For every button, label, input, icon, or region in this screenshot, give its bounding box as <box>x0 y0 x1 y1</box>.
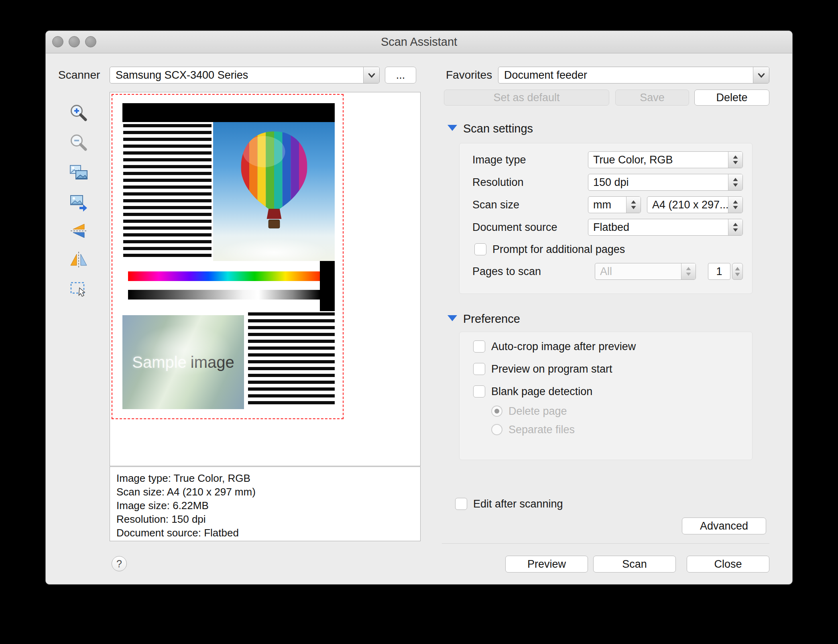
window-title: Scan Assistant <box>46 31 792 53</box>
preference-title: Preference <box>463 312 520 326</box>
popup-arrows-icon <box>728 174 742 190</box>
set-as-default-button[interactable]: Set as default <box>444 90 609 106</box>
scan-size-unit-value: mm <box>588 199 626 211</box>
titlebar[interactable]: Scan Assistant <box>46 31 792 53</box>
scan-size-label: Scan size <box>472 196 519 213</box>
preview-sample-page: Sample image <box>122 103 335 410</box>
prompt-additional-pages-label: Prompt for additional pages <box>492 243 625 256</box>
delete-page-radio[interactable] <box>491 406 502 417</box>
popup-arrows-icon <box>728 197 742 213</box>
sample-text-block-top <box>122 122 213 261</box>
mirror-horizontal-icon[interactable] <box>68 249 89 270</box>
calibration-bars <box>122 261 335 311</box>
info-scan-size: Scan size: A4 (210 x 297 mm) <box>116 485 414 499</box>
resolution-label: Resolution <box>472 174 524 191</box>
prompt-additional-pages-checkbox[interactable] <box>474 243 486 255</box>
preference-disclosure-icon[interactable] <box>447 315 457 321</box>
advanced-button[interactable]: Advanced <box>682 518 766 534</box>
favorites-select-value: Document feeder <box>498 69 753 82</box>
scan-size-unit-select[interactable]: mm <box>588 196 641 213</box>
preview-on-start-label: Preview on program start <box>491 363 612 375</box>
scan-assistant-window: Scan Assistant Scanner Samsung SCX-3400 … <box>45 31 793 585</box>
document-source-label: Document source <box>472 219 557 236</box>
scanner-browse-button[interactable]: ... <box>385 67 416 84</box>
edit-after-scanning-checkbox[interactable] <box>455 498 467 510</box>
balloon-photo <box>213 122 335 261</box>
scan-info-box: Image type: True Color, RGB Scan size: A… <box>110 467 421 541</box>
separate-files-radio[interactable] <box>491 424 502 435</box>
resolution-select[interactable]: 150 dpi <box>588 174 743 191</box>
fit-to-window-icon[interactable] <box>68 162 89 183</box>
separate-files-label: Separate files <box>508 424 575 436</box>
auto-crop-label: Auto-crop image after preview <box>491 340 636 353</box>
close-button[interactable] <box>52 36 63 47</box>
color-gradient-bar <box>128 271 320 281</box>
edit-after-scanning-label: Edit after scanning <box>473 498 563 510</box>
image-type-value: True Color, RGB <box>588 154 728 166</box>
favorites-select[interactable]: Document feeder <box>498 67 769 84</box>
page-count-stepper[interactable] <box>732 263 743 280</box>
document-source-value: Flatbed <box>588 221 728 234</box>
scan-size-value: A4 (210 x 297... <box>647 199 728 211</box>
blank-page-detection-checkbox[interactable] <box>473 385 485 397</box>
scan-size-select[interactable]: A4 (210 x 297... <box>647 196 743 213</box>
help-button[interactable]: ? <box>112 556 127 571</box>
popup-arrows-icon <box>626 197 641 213</box>
scan-selection-rect[interactable]: Sample image <box>112 94 344 419</box>
document-source-select[interactable]: Flatbed <box>588 219 743 236</box>
scanner-select-value: Samsung SCX-3400 Series <box>110 69 363 82</box>
hot-air-balloon-icon <box>228 128 320 243</box>
scanner-label: Scanner <box>58 67 100 84</box>
preview-button[interactable]: Preview <box>505 556 588 573</box>
delete-page-label: Delete page <box>508 405 567 418</box>
popup-arrows-icon <box>728 152 742 168</box>
info-image-type: Image type: True Color, RGB <box>116 471 414 485</box>
sample-caption-dark: image <box>191 353 234 371</box>
zoom-in-icon[interactable] <box>68 102 89 123</box>
actual-size-icon[interactable] <box>68 192 89 212</box>
select-area-icon[interactable] <box>68 278 89 299</box>
preference-panel: Auto-crop image after preview Preview on… <box>459 332 753 460</box>
grayscale-gradient-bar <box>128 290 320 300</box>
image-type-select[interactable]: True Color, RGB <box>588 151 743 168</box>
delete-button[interactable]: Delete <box>694 90 769 106</box>
popup-arrows-icon <box>681 263 696 279</box>
popup-arrows-icon <box>728 219 742 235</box>
pages-to-scan-label: Pages to scan <box>472 263 541 280</box>
sample-header-bar <box>122 103 335 122</box>
auto-crop-checkbox[interactable] <box>473 340 485 353</box>
traffic-lights <box>52 36 96 47</box>
footer-divider <box>442 543 769 544</box>
image-type-label: Image type <box>472 151 526 168</box>
sample-image-photo: Sample image <box>122 315 244 409</box>
black-column <box>320 261 335 311</box>
zoom-window-button[interactable] <box>85 36 96 47</box>
blank-page-detection-label: Blank page detection <box>491 385 592 398</box>
minimize-button[interactable] <box>69 36 80 47</box>
scan-settings-panel: Image type True Color, RGB Resolution 15… <box>459 143 753 294</box>
favorites-label: Favorites <box>446 67 492 84</box>
info-resolution: Resolution: 150 dpi <box>116 512 414 526</box>
chevron-down-icon <box>753 67 769 83</box>
sample-text-block-bottom <box>248 311 335 410</box>
sample-caption-light: Sample <box>132 353 187 371</box>
pages-to-scan-select[interactable]: All <box>595 263 696 280</box>
close-button-footer[interactable]: Close <box>687 556 769 573</box>
flip-vertical-icon[interactable] <box>68 220 89 241</box>
page-count-field[interactable]: 1 <box>708 263 730 280</box>
scan-button[interactable]: Scan <box>593 556 676 573</box>
chevron-down-icon <box>363 67 379 83</box>
save-button[interactable]: Save <box>615 90 689 106</box>
scan-settings-title: Scan settings <box>463 122 533 135</box>
zoom-out-icon[interactable] <box>68 132 89 153</box>
resolution-value: 150 dpi <box>588 176 728 189</box>
pages-to-scan-value: All <box>595 265 681 278</box>
preview-on-start-checkbox[interactable] <box>473 363 485 375</box>
info-document-source: Document source: Flatbed <box>116 526 414 540</box>
preview-area[interactable]: Sample image <box>110 92 421 466</box>
scan-settings-disclosure-icon[interactable] <box>447 125 457 131</box>
scanner-select[interactable]: Samsung SCX-3400 Series <box>110 67 380 84</box>
info-image-size: Image size: 6.22MB <box>116 499 414 512</box>
